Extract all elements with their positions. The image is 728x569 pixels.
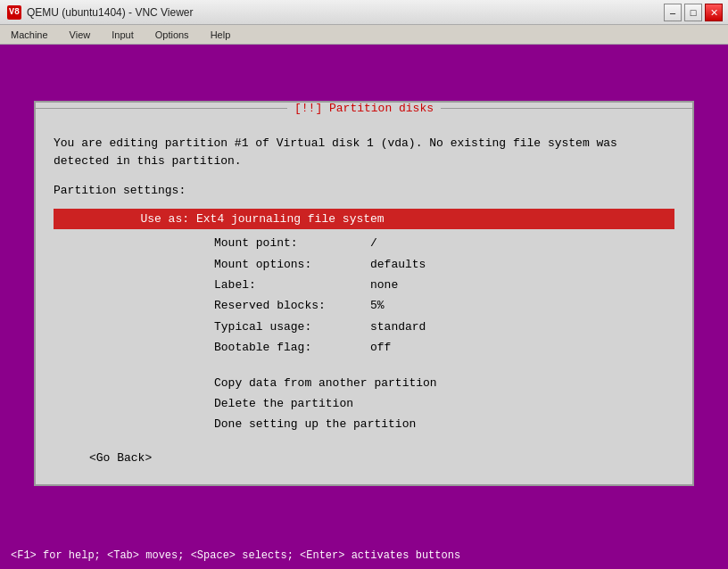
copy-data-action[interactable]: Copy data from another partition: [214, 373, 674, 393]
mount-options-value: defaults: [370, 254, 674, 275]
menu-input[interactable]: Input: [108, 28, 136, 42]
intro-line1: You are editing partition #1 of Virtual …: [54, 135, 674, 153]
label-value: none: [370, 275, 674, 295]
reserved-blocks-row[interactable]: Reserved blocks: 5%: [214, 295, 674, 316]
menu-machine[interactable]: Machine: [7, 28, 52, 42]
bootable-flag-row[interactable]: Bootable flag: off: [214, 337, 674, 358]
mount-point-value: /: [370, 233, 674, 253]
minimize-button[interactable]: –: [664, 4, 682, 21]
app-icon: V8: [7, 5, 21, 20]
bootable-flag-value: off: [370, 337, 674, 358]
use-as-label: Use as:: [54, 210, 196, 228]
window-title: QEMU (ubuntu1404) - VNC Viewer: [27, 6, 194, 19]
label-label: Label:: [214, 275, 370, 295]
typical-usage-label: Typical usage:: [214, 317, 370, 337]
mount-options-row[interactable]: Mount options: defaults: [214, 254, 674, 275]
title-bar: V8 QEMU (ubuntu1404) - VNC Viewer – □ ✕: [0, 0, 728, 25]
status-text: <F1> for help; <Tab> moves; <Space> sele…: [11, 549, 460, 562]
use-as-row[interactable]: Use as: Ext4 journaling file system: [54, 209, 674, 230]
restore-button[interactable]: □: [684, 4, 702, 21]
typical-usage-row[interactable]: Typical usage: standard: [214, 317, 674, 337]
reserved-blocks-value: 5%: [370, 295, 674, 316]
intro-line2: detected in this partition.: [54, 153, 674, 171]
menu-help[interactable]: Help: [207, 28, 235, 42]
window-controls: – □ ✕: [664, 4, 723, 21]
partition-dialog: [!!] Partition disks You are editing par…: [34, 101, 694, 487]
dialog-title: [!!] Partition disks: [287, 102, 441, 115]
menu-bar: Machine View Input Options Help: [0, 25, 728, 45]
dialog-content: You are editing partition #1 of Virtual …: [54, 135, 674, 467]
main-area: [!!] Partition disks You are editing par…: [0, 45, 728, 542]
typical-usage-value: standard: [370, 317, 674, 337]
intro-text: You are editing partition #1 of Virtual …: [54, 135, 674, 172]
mount-point-row[interactable]: Mount point: /: [214, 233, 674, 253]
reserved-blocks-label: Reserved blocks:: [214, 295, 370, 316]
settings-table: Mount point: / Mount options: defaults L…: [214, 233, 674, 358]
bootable-flag-label: Bootable flag:: [214, 337, 370, 358]
title-line-left: [36, 108, 287, 109]
menu-view[interactable]: View: [66, 28, 95, 42]
title-line-right: [441, 108, 692, 109]
menu-options[interactable]: Options: [152, 28, 193, 42]
label-row[interactable]: Label: none: [214, 275, 674, 295]
dialog-title-bar: [!!] Partition disks: [36, 102, 692, 115]
partition-settings-label: Partition settings:: [54, 182, 674, 200]
mount-point-label: Mount point:: [214, 233, 370, 253]
status-bar: <F1> for help; <Tab> moves; <Space> sele…: [0, 542, 728, 569]
use-as-value: Ext4 journaling file system: [196, 210, 674, 228]
done-setting-action[interactable]: Done setting up the partition: [214, 414, 674, 434]
close-button[interactable]: ✕: [705, 4, 723, 21]
mount-options-label: Mount options:: [214, 254, 370, 275]
actions-list: Copy data from another partition Delete …: [214, 373, 674, 435]
go-back-button[interactable]: <Go Back>: [89, 449, 674, 467]
delete-partition-action[interactable]: Delete the partition: [214, 393, 674, 414]
